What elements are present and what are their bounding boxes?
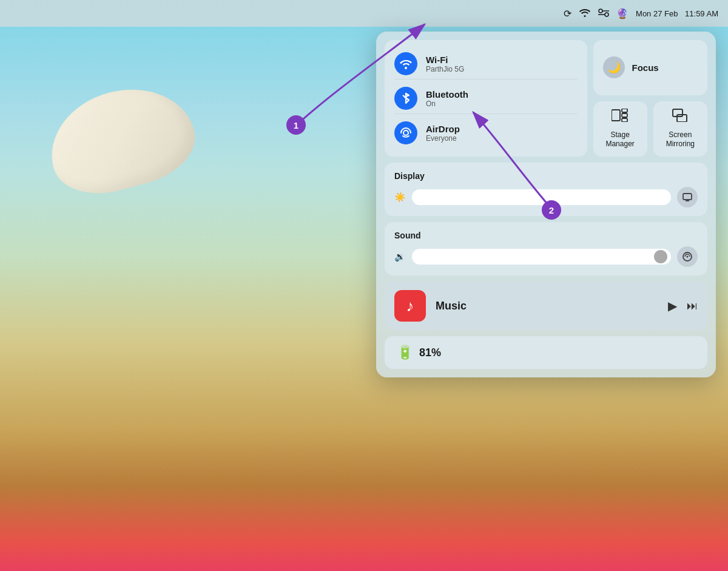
sound-slider[interactable] (412, 249, 671, 265)
svg-rect-14 (683, 194, 692, 200)
music-controls: ▶ ⏭ (668, 299, 698, 313)
wifi-item[interactable]: Wi-Fi ParthJio 5G (394, 49, 578, 79)
airdrop-text: AirDrop Everyone (426, 124, 460, 143)
control-center-panel: Wi-Fi ParthJio 5G Bluetoo (376, 32, 716, 377)
svg-point-2 (605, 13, 608, 16)
siri-icon[interactable]: 🔮 (616, 8, 629, 19)
backstroke-icon: ⟳ (564, 8, 571, 19)
control-center-icon[interactable] (598, 7, 609, 20)
svg-rect-8 (612, 110, 620, 121)
music-tile[interactable]: ♪ Music ▶ ⏭ (385, 282, 707, 330)
airdrop-item[interactable]: AirDrop Everyone (394, 118, 578, 148)
menubar-date-time: Mon 27 Feb 11:59 AM (636, 9, 718, 18)
volume-icon: 🔉 (394, 251, 406, 262)
right-tiles: 🌙 Focus (593, 40, 707, 157)
display-slider-row: ☀️ (394, 187, 698, 208)
airplay-icon[interactable] (677, 246, 698, 267)
display-end-icon (677, 187, 698, 208)
focus-tile[interactable]: 🌙 Focus (593, 40, 707, 95)
bluetooth-text: Bluetooth On (426, 89, 468, 108)
svg-point-18 (687, 256, 689, 258)
stage-manager-tile[interactable]: Stage Manager (593, 101, 647, 157)
brightness-icon: ☀️ (394, 192, 406, 203)
sound-section: Sound 🔉 (385, 222, 707, 275)
sound-slider-row: 🔉 (394, 246, 698, 267)
bluetooth-item[interactable]: Bluetooth On (394, 83, 578, 114)
display-slider[interactable] (412, 189, 671, 205)
skip-forward-button[interactable]: ⏭ (687, 300, 698, 313)
svg-rect-9 (622, 109, 627, 112)
svg-rect-10 (622, 113, 627, 117)
svg-point-0 (599, 9, 602, 13)
bluetooth-toggle-icon[interactable] (394, 87, 417, 110)
battery-tile: 🔋 81% (385, 336, 707, 369)
desktop: ⟳ 🔮 Mon 27 Feb 11:59 AM (0, 0, 728, 571)
wifi-text: Wi-Fi ParthJio 5G (426, 55, 464, 73)
wifi-icon[interactable] (579, 7, 591, 20)
svg-point-6 (405, 67, 407, 69)
stage-manager-icon (612, 109, 629, 126)
display-section: Display ☀️ (385, 163, 707, 216)
music-app-icon: ♪ (394, 290, 426, 322)
menubar-icons: ⟳ 🔮 Mon 27 Feb 11:59 AM (564, 7, 718, 20)
menubar: ⟳ 🔮 Mon 27 Feb 11:59 AM (0, 0, 728, 27)
step-1-badge: 1 (286, 115, 306, 135)
focus-icon: 🌙 (603, 56, 625, 78)
wifi-toggle-icon[interactable] (394, 52, 417, 75)
play-button[interactable]: ▶ (668, 299, 677, 313)
cc-top-row: Wi-Fi ParthJio 5G Bluetoo (385, 40, 707, 157)
screen-mirroring-tile[interactable]: Screen Mirroring (653, 101, 707, 157)
svg-point-7 (403, 130, 408, 135)
connectivity-tile: Wi-Fi ParthJio 5G Bluetoo (385, 40, 587, 157)
svg-rect-11 (622, 118, 627, 122)
cloud-decoration (49, 91, 218, 200)
screen-mirroring-icon (672, 109, 688, 126)
airdrop-toggle-icon[interactable] (394, 121, 417, 144)
bottom-right-tiles: Stage Manager Screen Mirroring (593, 101, 707, 157)
